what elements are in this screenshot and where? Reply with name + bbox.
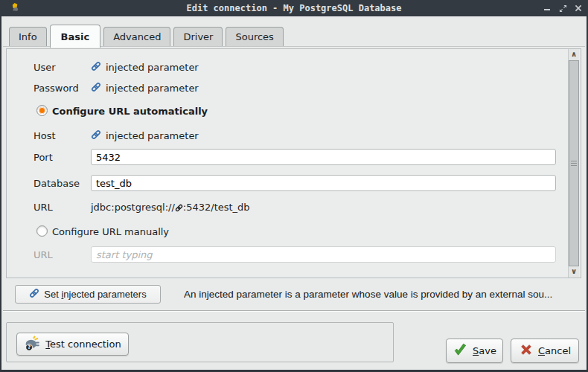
tab-driver[interactable]: Driver <box>173 27 223 47</box>
configure-url-manually-radio[interactable] <box>36 225 48 237</box>
cancel-button[interactable]: Cancel <box>511 339 579 363</box>
database-label: Database <box>33 178 80 189</box>
test-connection-groupbox: ? Test connection <box>6 322 394 362</box>
close-icon[interactable] <box>573 3 584 13</box>
test-connection-label: Test connection <box>45 339 121 350</box>
url-preview-value: jdbc:postgresql://:5432/test_db <box>91 202 250 214</box>
save-button[interactable]: Save <box>446 339 503 363</box>
configure-url-automatically-label: Configure URL automatically <box>52 106 208 117</box>
window-title: Edit connection - My PostgreSQL Database <box>0 3 588 13</box>
vertical-scrollbar[interactable]: ∧ ∨ <box>568 49 579 278</box>
minimize-icon[interactable] <box>542 3 552 13</box>
tab-info[interactable]: Info <box>9 27 47 47</box>
user-label: User <box>33 62 56 73</box>
chain-link-icon <box>175 203 183 214</box>
check-icon <box>453 342 468 360</box>
edit-connection-window: Edit connection - My PostgreSQL Database… <box>0 0 588 372</box>
cancel-label: Cancel <box>538 345 571 356</box>
password-value: injected parameter <box>106 83 199 94</box>
cross-icon <box>519 342 534 359</box>
scrollbar-grip <box>571 161 577 167</box>
maximize-icon[interactable] <box>557 3 568 13</box>
port-label: Port <box>33 152 53 163</box>
chain-link-icon <box>91 129 101 142</box>
url-preview-label: URL <box>33 202 53 213</box>
tab-bar: Info Basic Advanced Driver Sources <box>9 25 287 47</box>
tab-basic[interactable]: Basic <box>50 25 101 48</box>
plug-test-icon: ? <box>24 335 41 354</box>
scroll-up-icon[interactable]: ∧ <box>569 49 579 60</box>
form-scroll-area: User injected parameter Password injecte… <box>6 48 581 278</box>
url-manual-label: URL <box>33 249 53 260</box>
configure-url-manually-label: Configure URL manually <box>52 226 169 237</box>
host-label: Host <box>33 130 56 141</box>
chain-link-icon <box>91 82 101 94</box>
set-injected-parameters-label: Set injected parameters <box>44 289 146 300</box>
save-label: Save <box>473 345 496 356</box>
injected-parameter-description: An injected parameter is a parameter who… <box>184 285 578 304</box>
chain-link-icon <box>29 288 39 301</box>
basic-tab-panel: User injected parameter Password injecte… <box>3 46 585 311</box>
scroll-down-icon[interactable]: ∨ <box>569 266 579 278</box>
host-value: injected parameter <box>106 130 199 141</box>
url-manual-input[interactable] <box>91 246 556 263</box>
titlebar: Edit connection - My PostgreSQL Database <box>0 0 588 16</box>
database-input[interactable] <box>91 175 556 191</box>
test-connection-button[interactable]: ? Test connection <box>16 333 129 356</box>
injected-parameters-row: Set injected parameters An injected para… <box>3 285 585 304</box>
tab-sources[interactable]: Sources <box>226 27 283 47</box>
dialog-body: Info Basic Advanced Driver Sources User … <box>1 16 587 370</box>
svg-text:?: ? <box>28 344 31 350</box>
chain-link-icon <box>91 61 101 74</box>
set-injected-parameters-button[interactable]: Set injected parameters <box>15 285 161 304</box>
port-input[interactable] <box>91 149 556 165</box>
tab-advanced[interactable]: Advanced <box>103 27 170 47</box>
password-label: Password <box>33 83 79 94</box>
scrollbar-thumb[interactable] <box>569 60 579 266</box>
configure-url-automatically-radio[interactable] <box>36 105 48 116</box>
user-value: injected parameter <box>106 62 199 73</box>
